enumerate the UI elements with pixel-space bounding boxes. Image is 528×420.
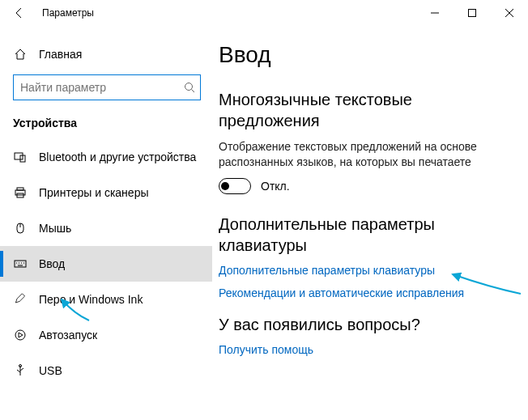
search-field[interactable] [20,81,184,94]
home-label: Главная [39,48,82,61]
search-icon [184,82,195,93]
page-title: Ввод [219,42,515,68]
sidebar-item-bluetooth[interactable]: Bluetooth и другие устройства [0,139,212,175]
sidebar-section-title: Устройства [0,105,212,139]
usb-icon [13,363,28,378]
content-pane: Ввод Многоязычные текстовые предложения … [212,26,528,420]
printer-icon [13,185,28,200]
home-icon [13,47,28,62]
sidebar-item-label: USB [39,364,62,377]
section-multilang-desc: Отображение текстовых предложений на осн… [219,139,515,170]
link-advanced-keyboard[interactable]: Дополнительные параметры клавиатуры [219,264,515,277]
link-get-help[interactable]: Получить помощь [219,343,515,356]
section-advanced-title: Дополнительные параметры клавиатуры [219,214,515,256]
keyboard-icon [13,257,28,271]
sidebar-item-label: Перо и Windows Ink [39,293,143,306]
autoplay-icon [13,328,28,342]
sidebar-item-label: Автозапуск [39,329,97,342]
sidebar-item-label: Принтеры и сканеры [39,186,148,199]
sidebar-item-label: Мышь [39,222,71,235]
close-button[interactable] [491,0,528,26]
search-input[interactable] [13,74,201,100]
devices-icon [13,150,28,164]
sidebar: Главная Устройства Bluetooth и другие ус… [0,26,212,420]
section-multilang-title: Многоязычные текстовые предложения [219,89,515,131]
maximize-button[interactable] [453,0,491,26]
sidebar-item-typing[interactable]: Ввод [0,246,212,282]
svg-rect-1 [469,10,476,17]
section-help-title: У вас появились вопросы? [219,314,515,335]
svg-line-3 [192,90,195,93]
svg-rect-11 [15,261,26,267]
multilang-toggle[interactable] [219,178,251,194]
svg-point-2 [185,83,193,91]
sidebar-item-pen[interactable]: Перо и Windows Ink [0,282,212,317]
sidebar-item-label: Ввод [39,257,65,270]
svg-point-17 [15,330,25,340]
sidebar-item-autoplay[interactable]: Автозапуск [0,317,212,353]
home-nav[interactable]: Главная [0,39,212,70]
toggle-knob [221,182,229,190]
sidebar-item-printers[interactable]: Принтеры и сканеры [0,175,212,210]
sidebar-item-label: Bluetooth и другие устройства [39,151,196,163]
svg-rect-4 [15,153,23,159]
minimize-button[interactable] [416,0,453,26]
sidebar-item-usb[interactable]: USB [0,353,212,388]
back-button[interactable] [0,6,39,19]
pen-icon [13,292,28,307]
mouse-icon [13,221,28,235]
window-title: Параметры [39,7,94,19]
toggle-state-label: Откл. [261,180,290,193]
link-autocorrect[interactable]: Рекомендации и автоматические исправлени… [219,286,515,299]
sidebar-item-mouse[interactable]: Мышь [0,210,212,246]
